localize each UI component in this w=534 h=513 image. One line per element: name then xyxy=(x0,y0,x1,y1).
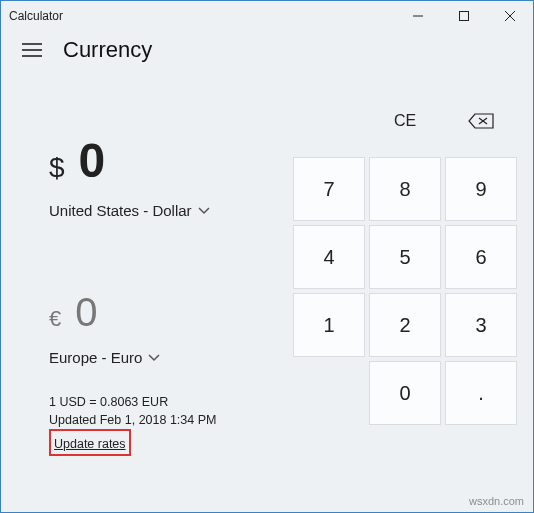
keypad: CE 7 8 9 4 5 6 1 2 3 0 . xyxy=(293,73,533,512)
to-currency-label: Europe - Euro xyxy=(49,349,142,366)
key-3[interactable]: 3 xyxy=(445,293,517,357)
app-window: Calculator Currency $ 0 United States xyxy=(0,0,534,513)
page-title: Currency xyxy=(63,37,152,63)
from-currency-value[interactable]: 0 xyxy=(79,133,106,188)
maximize-button[interactable] xyxy=(441,1,487,31)
key-8[interactable]: 8 xyxy=(369,157,441,221)
svg-marker-7 xyxy=(469,114,493,128)
key-2[interactable]: 2 xyxy=(369,293,441,357)
update-rates-link[interactable]: Update rates xyxy=(54,435,126,453)
svg-rect-1 xyxy=(460,12,469,21)
exchange-rate-text: 1 USD = 0.8063 EUR xyxy=(49,393,273,411)
from-currency-picker[interactable]: United States - Dollar xyxy=(49,202,210,219)
update-rates-highlight: Update rates xyxy=(49,429,131,456)
to-currency-picker[interactable]: Europe - Euro xyxy=(49,349,160,366)
key-1[interactable]: 1 xyxy=(293,293,365,357)
rate-updated-text: Updated Feb 1, 2018 1:34 PM xyxy=(49,411,273,429)
to-currency-symbol: € xyxy=(49,306,61,332)
key-5[interactable]: 5 xyxy=(369,225,441,289)
minimize-button[interactable] xyxy=(395,1,441,31)
key-0[interactable]: 0 xyxy=(369,361,441,425)
header: Currency xyxy=(1,31,533,73)
key-4[interactable]: 4 xyxy=(293,225,365,289)
clear-entry-button[interactable]: CE xyxy=(369,89,441,153)
key-9[interactable]: 9 xyxy=(445,157,517,221)
title-bar: Calculator xyxy=(1,1,533,31)
key-7[interactable]: 7 xyxy=(293,157,365,221)
close-button[interactable] xyxy=(487,1,533,31)
conversion-pane: $ 0 United States - Dollar € 0 Europe - … xyxy=(1,73,293,512)
from-currency-symbol: $ xyxy=(49,152,65,184)
from-currency-block: $ 0 United States - Dollar xyxy=(49,133,273,220)
to-currency-block: € 0 Europe - Euro xyxy=(49,290,273,367)
to-currency-value[interactable]: 0 xyxy=(75,290,97,335)
window-title: Calculator xyxy=(9,9,63,23)
watermark: wsxdn.com xyxy=(469,495,524,507)
chevron-down-icon xyxy=(148,354,160,362)
hamburger-menu-button[interactable] xyxy=(21,39,43,61)
chevron-down-icon xyxy=(198,207,210,215)
rate-info: 1 USD = 0.8063 EUR Updated Feb 1, 2018 1… xyxy=(49,393,273,456)
content: $ 0 United States - Dollar € 0 Europe - … xyxy=(1,73,533,512)
key-6[interactable]: 6 xyxy=(445,225,517,289)
backspace-button[interactable] xyxy=(445,89,517,153)
backspace-icon xyxy=(468,113,494,129)
from-currency-label: United States - Dollar xyxy=(49,202,192,219)
key-decimal[interactable]: . xyxy=(445,361,517,425)
